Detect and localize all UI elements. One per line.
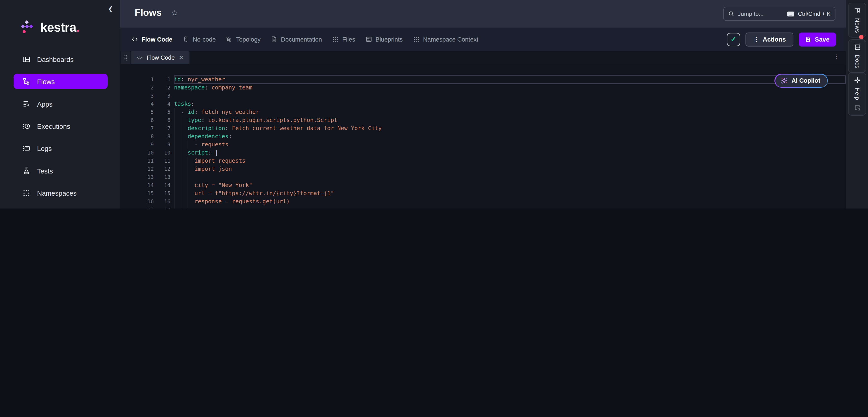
line-number-original: 6 [120, 116, 154, 124]
namespaces-icon [23, 189, 30, 197]
ai-copilot-button[interactable]: AI Copilot [775, 74, 828, 88]
close-icon[interactable]: ✕ [179, 54, 184, 61]
tab-documentation[interactable]: Documentation [271, 36, 322, 43]
notification-dot [859, 35, 864, 39]
grid-icon [332, 36, 339, 42]
code-line-10[interactable]: 1010 script: | [120, 149, 846, 157]
line-text: namespace: company.team [174, 84, 846, 92]
line-number-modified: 3 [154, 92, 170, 100]
line-number-modified: 17 [154, 205, 170, 208]
view-tabs: Flow CodeNo-codeTopologyDocumentationFil… [120, 28, 846, 51]
kestra-logo: kestra. [19, 19, 80, 36]
line-number-modified: 5 [154, 108, 170, 116]
rail-tab-news[interactable]: News [848, 3, 866, 38]
rail-tab-label: Docs [854, 55, 860, 68]
line-number-original: 8 [120, 132, 154, 140]
code-line-2[interactable]: 22namespace: company.team [120, 84, 846, 92]
save-button[interactable]: Save [799, 32, 836, 46]
tab-label: Flow Code [142, 36, 173, 43]
line-number-original: 16 [120, 197, 154, 205]
dashboards-icon [23, 55, 30, 63]
line-number-original: 2 [120, 84, 154, 92]
page-title: Flows [135, 7, 162, 18]
apps-icon [23, 100, 30, 108]
code-line-4[interactable]: 44tasks: [120, 100, 846, 108]
diff-add-marker [170, 108, 174, 116]
code-line-8[interactable]: 88 dependencies: [120, 132, 846, 140]
code-line-15[interactable]: 1515 url = f"https://wttr.in/{city}?form… [120, 189, 846, 197]
code-line-5[interactable]: 55 - id: fetch_nyc_weather [120, 108, 846, 116]
sparkle-icon [780, 77, 788, 85]
logo-wordmark: kestra. [40, 21, 80, 34]
rail-tab-help[interactable]: Help [848, 72, 866, 116]
diff-add-marker [170, 165, 174, 173]
grid-icon [413, 36, 419, 42]
rail-tab-label: News [854, 18, 860, 33]
code-line-9[interactable]: 99 - requests [120, 140, 846, 149]
tab-flow-code[interactable]: Flow Code [131, 36, 173, 43]
line-text: url = f"https://wttr.in/{city}?format=j1… [174, 189, 846, 197]
sidebar-item-apps[interactable]: Apps [13, 96, 107, 111]
line-text: response = requests.get(url) [174, 197, 846, 205]
line-number-modified: 2 [154, 84, 170, 92]
sidebar-item-logs[interactable]: Logs [13, 140, 107, 156]
tab-blueprints[interactable]: Blueprints [366, 36, 403, 43]
line-text: id: nyc_weather [174, 75, 846, 84]
sidebar-item-label: Executions [37, 122, 70, 130]
line-text: import json [174, 165, 846, 173]
code-line-11[interactable]: 1111 import requests [120, 157, 846, 165]
sidebar-item-executions[interactable]: Executions [13, 118, 107, 134]
line-number-modified: 10 [154, 149, 170, 157]
tab-label: Files [342, 36, 355, 43]
sidebar: ❮ kestra. DashboardsFlowsAppsExecutionsL… [0, 0, 120, 208]
line-text: script: | [174, 149, 846, 157]
search-input[interactable]: Jump to... Ctrl/Cmd + K [723, 7, 835, 21]
tab-files[interactable]: Files [332, 36, 355, 43]
line-number-original: 3 [120, 92, 154, 100]
favorite-star-icon[interactable]: ☆ [171, 8, 178, 18]
line-number-modified: 6 [154, 116, 170, 124]
line-number-original: 10 [120, 149, 154, 157]
code-line-7[interactable]: 77 description: Fetch current weather da… [120, 124, 846, 132]
sidebar-item-dashboards[interactable]: Dashboards [13, 52, 107, 67]
code-line-12[interactable]: 1212 import json [120, 165, 846, 173]
line-number-original: 17 [120, 205, 154, 208]
code-editor[interactable]: 11id: nyc_weather22namespace: company.te… [120, 65, 846, 208]
diff-add-marker [170, 92, 174, 100]
validation-check-button[interactable]: ✓ [727, 33, 740, 46]
line-text: import requests [174, 157, 846, 165]
code-line-3[interactable]: 33 [120, 92, 846, 100]
sidebar-item-label: Logs [37, 145, 52, 152]
code-line-16[interactable]: 1616 response = requests.get(url) [120, 197, 846, 205]
actions-button[interactable]: ⋮Actions [745, 32, 794, 46]
line-number-original: 7 [120, 124, 154, 132]
diff-add-marker [170, 116, 174, 124]
rail-tab-docs[interactable]: Docs [848, 39, 866, 73]
code-line-1[interactable]: 11id: nyc_weather [120, 75, 846, 84]
drag-handle[interactable] [121, 51, 130, 64]
sidebar-collapse-icon[interactable]: ❮ [108, 5, 113, 12]
tabstrip-kebab-icon[interactable]: ⋮ [834, 53, 839, 60]
check-icon: ✓ [731, 35, 736, 43]
kestra-logo-icon [19, 19, 36, 36]
sidebar-item-kv-store[interactable]: KV Store [13, 207, 107, 208]
line-text [174, 173, 846, 181]
code-line-13[interactable]: 1313 [120, 173, 846, 181]
editor-tab-flow-code[interactable]: <> Flow Code ✕ [131, 51, 190, 64]
tab-label: Documentation [281, 36, 322, 43]
line-number-modified: 15 [154, 189, 170, 197]
sidebar-item-namespaces[interactable]: Namespaces [13, 185, 107, 201]
code-line-14[interactable]: 1414 city = "New York" [120, 181, 846, 189]
sidebar-item-tests[interactable]: Tests [13, 163, 107, 179]
tab-namespace-context[interactable]: Namespace Context [413, 36, 478, 43]
line-number-original: 11 [120, 157, 154, 165]
line-number-modified: 16 [154, 197, 170, 205]
code-line-17[interactable]: 1717 [120, 205, 846, 208]
sidebar-item-flows[interactable]: Flows [13, 74, 107, 89]
diff-add-marker [170, 189, 174, 197]
tab-no-code[interactable]: No-code [183, 36, 216, 43]
tab-topology[interactable]: Topology [226, 36, 260, 43]
book-icon [854, 44, 861, 51]
diff-add-marker [170, 100, 174, 108]
code-line-6[interactable]: 66 type: io.kestra.plugin.scripts.python… [120, 116, 846, 124]
